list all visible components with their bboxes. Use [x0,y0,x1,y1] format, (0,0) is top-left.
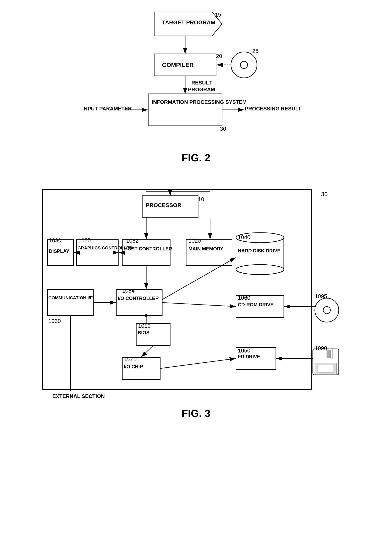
info-proc-label: INFORMATION PROCESSING SYSTEM [152,99,247,106]
svg-point-5 [240,61,247,68]
fig3-container: 30 PROCESSOR 10 HOST CONTROLLER 1082 MAI… [37,184,356,427]
svg-rect-14 [42,190,312,389]
hdd-label: HARD DISK DRIVE [238,248,280,254]
ref-cdrom: 1060 [238,295,250,301]
ref-30: 30 [220,126,226,132]
ref-graphics: 1075 [78,237,91,244]
svg-rect-57 [318,364,334,372]
fig2-title: FIG. 2 [76,152,316,164]
processor-label: PROCESSOR [146,202,182,209]
input-param-label: INPUT PARAMETER [82,105,132,112]
svg-point-4 [231,52,257,78]
cd-disk-icon [314,297,340,323]
svg-point-52 [323,306,330,314]
ref-20: 20 [216,53,222,59]
compiler-label: COMPILER [162,61,194,69]
svg-rect-55 [327,350,331,358]
ref-floppy: 1090 [315,345,327,352]
ref-main-mem: 1020 [188,238,201,244]
svg-line-38 [162,257,236,300]
io-ctrl-label: I/O CONTROLLER [118,295,159,301]
ref-fd: 1050 [238,348,250,354]
target-program-label: TARGET PROGRAM [162,19,215,26]
svg-point-24 [236,265,284,275]
ref-comm-if: 1030 [48,318,61,324]
svg-line-42 [141,345,153,357]
ref-io-ctrl: 1084 [122,288,135,294]
graphics-ctrl-label: GRAPHICS CONTROLLER [78,245,132,251]
svg-rect-8 [148,94,222,126]
svg-point-41 [145,314,148,317]
ref-cd-disk: 1095 [315,293,327,300]
ref-hdd: 1040 [238,234,250,240]
ref-processor: 10 [198,196,204,202]
ref-15: 15 [215,12,221,18]
bios-label: BIOS [138,329,150,336]
result-program-label: RESULTPROGRAM [188,80,215,93]
ref-host-ctrl: 1082 [126,238,139,244]
io-chip-label: I/O CHIP [124,363,143,370]
display-label: DISPLAY [49,248,70,254]
svg-line-43 [160,358,236,368]
fig3-diagram: 30 PROCESSOR 10 HOST CONTROLLER 1082 MAI… [37,184,356,403]
svg-rect-20 [47,290,93,315]
cdrom-label: CD-ROM DRIVE [238,301,274,308]
fd-drive-label: FD DRIVE [238,353,260,360]
ref-bios: 1010 [138,323,151,329]
proc-result-label: PROCESSING RESULT [245,105,301,112]
fig3-title: FIG. 3 [37,407,356,419]
fig2-container: TARGET PROGRAM 15 COMPILER 20 25 RESULTP… [76,8,316,172]
comm-if-label: COMMUNICATION I/F [48,295,93,301]
floppy-icon [312,348,340,376]
ref-io-chip: 1070 [124,355,137,362]
ref-30-fig3: 30 [321,191,327,197]
main-mem-label: MAIN MEMORY [188,246,224,252]
ref-display: 1080 [49,237,61,244]
ref-25: 25 [252,48,259,54]
svg-line-39 [162,303,236,306]
fig2-diagram: TARGET PROGRAM 15 COMPILER 20 25 RESULTP… [76,8,316,148]
external-section-label: EXTERNAL SECTION [52,393,105,400]
